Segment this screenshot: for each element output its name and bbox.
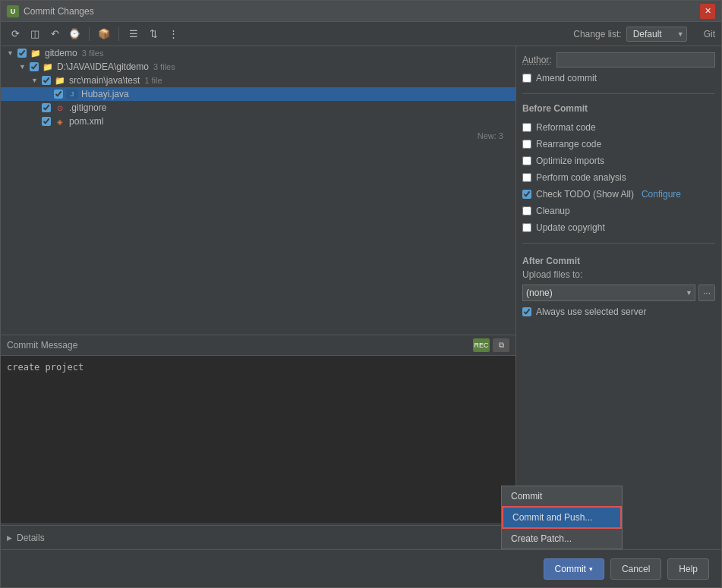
- commit-message-header: Commit Message REC ⧉: [1, 335, 515, 356]
- tree-label-path: D:\JAVA\IDEA\gitdemo: [57, 61, 149, 72]
- tree-item-src[interactable]: ▼ 📁 src\main\java\test 1 file: [1, 74, 515, 87]
- commit-button-label: Commit: [555, 564, 586, 574]
- divider-2: [522, 243, 715, 244]
- always-use-server-row: Always use selected server: [522, 306, 715, 318]
- after-commit-section: After Commit Upload files to: (none) ▼ ·…: [522, 256, 715, 318]
- dropdown-create-patch-option[interactable]: Create Patch...: [502, 529, 622, 549]
- tree-label-src: src\main\java\test: [69, 75, 140, 86]
- upload-config-btn[interactable]: ···: [698, 285, 715, 301]
- configure-link[interactable]: Configure: [642, 189, 681, 200]
- tree-label-hubayi: Hubayi.java: [81, 89, 129, 99]
- left-panel: ▼ 📁 gitdemo 3 files ▼ 📁 D:\JAVA\IDEA\git…: [1, 46, 516, 549]
- reformat-label: Reformat code: [536, 122, 596, 133]
- help-button[interactable]: Help: [667, 558, 709, 580]
- shelf-btn[interactable]: 📦: [96, 26, 112, 42]
- history-btn[interactable]: ⌚: [66, 26, 83, 42]
- file-tree: ▼ 📁 gitdemo 3 files ▼ 📁 D:\JAVA\IDEA\git…: [1, 46, 515, 335]
- upload-select-wrapper: (none) ▼: [522, 285, 695, 301]
- todo-label: Check TODO (Show All): [536, 189, 634, 200]
- always-server-label: Always use selected server: [536, 307, 646, 317]
- tree-item-gitignore[interactable]: ▶ ⊙ .gitignore: [1, 101, 515, 115]
- tree-arrow-path: ▼: [19, 63, 28, 71]
- rearrange-row: Rearrange code: [522, 138, 715, 150]
- optimize-label: Optimize imports: [536, 156, 604, 166]
- amend-row: Amend commit: [522, 72, 715, 84]
- author-row: Author:: [522, 52, 715, 68]
- upload-select-row: (none) ▼ ···: [522, 285, 715, 301]
- right-panel: Author: Amend commit Before Commit Refor…: [516, 46, 721, 549]
- divider-1: [522, 93, 715, 94]
- always-server-checkbox[interactable]: [522, 307, 531, 316]
- changelist-select[interactable]: Default: [626, 27, 687, 42]
- amend-label: Amend commit: [536, 73, 597, 83]
- todo-row: Check TODO (Show All) Configure: [522, 188, 715, 200]
- xml-icon-pom: ◈: [54, 116, 66, 127]
- commit-message-textarea[interactable]: [1, 356, 515, 523]
- rec-btn[interactable]: REC: [473, 338, 490, 352]
- filter-btn[interactable]: ☰: [125, 26, 142, 42]
- cleanup-checkbox[interactable]: [522, 206, 531, 215]
- sort-btn[interactable]: ⇅: [145, 26, 162, 42]
- analyze-label: Perform code analysis: [536, 172, 626, 183]
- checkbox-path[interactable]: [30, 62, 39, 71]
- checkbox-gitdemo[interactable]: [17, 49, 27, 58]
- analyze-checkbox[interactable]: [522, 173, 531, 182]
- tree-label-gitdemo: gitdemo: [45, 48, 77, 58]
- reformat-checkbox[interactable]: [522, 123, 531, 132]
- author-input[interactable]: [556, 52, 715, 68]
- folder-icon-src: 📁: [54, 75, 66, 86]
- cleanup-label: Cleanup: [536, 206, 570, 216]
- tree-item-gitdemo[interactable]: ▼ 📁 gitdemo 3 files: [1, 46, 515, 60]
- cleanup-row: Cleanup: [522, 205, 715, 217]
- amend-checkbox[interactable]: [522, 74, 531, 83]
- folder-icon-gitdemo: 📁: [30, 48, 42, 58]
- java-icon-hubayi: J: [66, 89, 78, 99]
- diff-btn[interactable]: ◫: [27, 26, 43, 42]
- main-window: U Commit Changes ✕ ⟳ ◫ ↶ ⌚ 📦 ☰ ⇅ ⋮ Chang…: [0, 0, 722, 588]
- dropdown-commit-option[interactable]: Commit: [502, 486, 622, 506]
- tree-arrow-src: ▼: [31, 77, 40, 84]
- copyright-checkbox[interactable]: [522, 223, 531, 232]
- toolbar-sep-1: [89, 27, 90, 41]
- dropdown-commit-push-option[interactable]: Commit and Push...: [502, 506, 622, 529]
- tree-item-pom[interactable]: ▶ ◈ pom.xml: [1, 115, 515, 128]
- commit-button[interactable]: Commit ▾: [544, 558, 604, 580]
- revert-btn[interactable]: ↶: [46, 26, 63, 42]
- checkbox-hubayi[interactable]: [54, 90, 63, 99]
- tree-item-hubayi[interactable]: ▶ J Hubayi.java: [1, 87, 515, 101]
- copyright-label: Update copyright: [536, 222, 605, 233]
- upload-select[interactable]: (none): [522, 285, 695, 301]
- git-label: Git: [704, 29, 715, 39]
- details-arrow-icon: ▶: [7, 534, 12, 542]
- title-bar: U Commit Changes ✕: [1, 1, 721, 22]
- checkbox-src[interactable]: [42, 76, 51, 85]
- todo-checkbox[interactable]: [522, 190, 531, 199]
- refresh-btn[interactable]: ⟳: [7, 26, 24, 42]
- before-commit-label: Before Commit: [522, 103, 715, 114]
- cancel-button[interactable]: Cancel: [610, 558, 661, 580]
- details-label: Details: [17, 533, 45, 543]
- copyright-row: Update copyright: [522, 222, 715, 234]
- rearrange-checkbox[interactable]: [522, 140, 531, 149]
- tree-arrow-gitdemo: ▼: [7, 49, 16, 57]
- tree-item-path[interactable]: ▼ 📁 D:\JAVA\IDEA\gitdemo 3 files: [1, 60, 515, 74]
- checkbox-pom[interactable]: [42, 117, 51, 126]
- optimize-checkbox[interactable]: [522, 156, 531, 165]
- commit-dropdown-arrow-icon: ▾: [589, 565, 593, 573]
- details-section[interactable]: ▶ Details ····: [1, 525, 515, 549]
- folder-icon-path: 📁: [42, 61, 54, 72]
- close-button[interactable]: ✕: [700, 4, 715, 19]
- toolbar-sep-2: [118, 27, 119, 41]
- tree-label-pom: pom.xml: [69, 116, 103, 127]
- checkbox-gitignore[interactable]: [42, 103, 51, 112]
- bottom-bar: Commit Commit and Push... Create Patch..…: [1, 549, 721, 587]
- commit-dropdown-menu: Commit Commit and Push... Create Patch..…: [501, 486, 623, 549]
- tree-count-gitdemo: 3 files: [82, 49, 104, 58]
- msg-copy-btn[interactable]: ⧉: [493, 338, 509, 352]
- main-content: ▼ 📁 gitdemo 3 files ▼ 📁 D:\JAVA\IDEA\git…: [1, 46, 721, 549]
- tree-count-path: 3 files: [153, 62, 175, 71]
- upload-label: Upload files to:: [522, 269, 582, 280]
- optimize-row: Optimize imports: [522, 155, 715, 167]
- commit-message-section: Commit Message REC ⧉: [1, 335, 515, 525]
- group-btn[interactable]: ⋮: [165, 26, 181, 42]
